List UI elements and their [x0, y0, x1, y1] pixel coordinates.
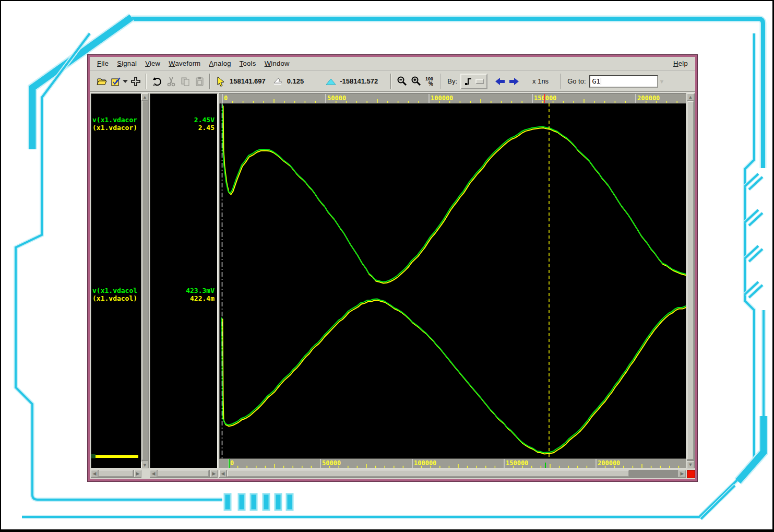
toolbar-separator	[146, 74, 147, 89]
paste-button[interactable]	[192, 74, 206, 89]
scroll-right-icon[interactable]: ▶	[678, 470, 686, 477]
step-value: 0.125	[287, 77, 304, 85]
signal-manager-dropdown-icon[interactable]	[122, 80, 128, 83]
fit-crosshair-button[interactable]	[128, 74, 142, 89]
zoom-out-icon	[396, 76, 408, 87]
cursor-time-value: 158141.697	[230, 77, 266, 85]
scroll-down-icon[interactable]: ▼	[141, 462, 148, 468]
menu-bar: FileSignalViewWaveformAnalogToolsWindowH…	[90, 57, 695, 70]
signal-value: 2.45	[198, 124, 215, 132]
svg-text:200000: 200000	[598, 459, 620, 467]
scroll-right-icon[interactable]: ▶	[134, 470, 141, 477]
signal-name[interactable]: (x1.vdacor)	[92, 124, 137, 132]
scroll-up-icon[interactable]: ▲	[687, 93, 694, 101]
search-prev-button[interactable]	[493, 74, 507, 89]
zoom-out-button[interactable]	[395, 74, 409, 89]
hand-icon	[272, 76, 283, 87]
delta-tool-button[interactable]	[324, 74, 338, 89]
signal-value: 2.45V	[194, 116, 215, 124]
full-range-time-ruler[interactable]: 050000100000150000200000	[219, 458, 686, 468]
svg-text:100000: 100000	[414, 459, 436, 467]
prev-arrow-icon	[494, 77, 506, 86]
zoom-in-icon	[410, 76, 422, 87]
signal-name[interactable]: v(x1.vdacor	[92, 116, 137, 124]
edge-select-icon	[464, 77, 473, 86]
open-button[interactable]	[94, 74, 108, 89]
paste-clipboard-icon	[194, 76, 205, 87]
waveform-vertical-scrollbar[interactable]: ▲ ▼	[687, 93, 695, 468]
svg-text:50000: 50000	[322, 459, 341, 467]
scroll-up-icon[interactable]: ▲	[141, 93, 148, 100]
signal-manager-button[interactable]	[108, 74, 122, 89]
menu-window[interactable]: Window	[260, 58, 294, 69]
scroll-right-icon[interactable]: ▶	[210, 470, 218, 477]
search-by-edge-button[interactable]	[460, 74, 487, 89]
zoom-full-button[interactable]: 100 %	[423, 74, 437, 89]
menu-waveform[interactable]: Waveform	[164, 58, 205, 69]
signal-name[interactable]: v(x1.vdacol	[92, 287, 137, 294]
signal-values-panel[interactable]: 2.45V2.45423.3mV422.4m	[150, 93, 218, 468]
menu-view[interactable]: View	[141, 58, 164, 69]
toolbar: 158141.697 0.125 -158141.572 100 %	[90, 71, 695, 92]
menu-analog[interactable]: Analog	[205, 58, 235, 69]
cursor-tool-button[interactable]	[213, 74, 228, 89]
waveform-display-area[interactable]	[219, 103, 686, 458]
toolbar-separator	[560, 74, 561, 89]
toolbar-separator	[209, 74, 210, 89]
values-horizontal-scrollbar[interactable]: ◀ ▶	[150, 470, 218, 478]
open-folder-icon	[96, 76, 107, 87]
pointer-cursor-icon	[215, 76, 227, 87]
screenshot-canvas: FileSignalViewWaveformAnalogToolsWindowH…	[0, 0, 774, 532]
goto-dropdown-icon[interactable]: ▼	[659, 78, 665, 85]
undo-icon	[151, 76, 163, 87]
delta-value: -158141.572	[340, 77, 378, 85]
by-label: By:	[447, 77, 457, 85]
menu-tools[interactable]: Tools	[235, 58, 260, 69]
step-tool-button[interactable]	[271, 74, 285, 89]
zoom-in-button[interactable]	[409, 74, 423, 89]
cut-button[interactable]	[164, 74, 178, 89]
signal-value: 423.3mV	[186, 287, 215, 294]
search-next-button[interactable]	[507, 74, 521, 89]
signal-manager-icon	[110, 76, 121, 87]
names-horizontal-scrollbar[interactable]: ◀ ▶	[91, 470, 141, 478]
goto-label: Go to:	[567, 77, 586, 85]
signal-insert-marker	[92, 455, 138, 458]
scrollbar-thumb[interactable]	[158, 470, 209, 477]
waveform-viewer-window: FileSignalViewWaveformAnalogToolsWindowH…	[88, 55, 697, 481]
svg-text:0: 0	[230, 459, 234, 467]
signal-names-panel[interactable]: v(x1.vdacor(x1.vdacor)v(x1.vdacol(x1.vda…	[91, 93, 141, 468]
menu-help[interactable]: Help	[669, 58, 692, 69]
scroll-left-icon[interactable]: ◀	[91, 470, 98, 477]
time-scale-label: x 1ns	[532, 77, 549, 85]
scrollbar-thumb[interactable]	[227, 470, 629, 477]
waveform-horizontal-scrollbar[interactable]: ◀ ▶	[219, 470, 686, 478]
names-vertical-scrollbar[interactable]: ▲ ▼	[141, 93, 149, 468]
delta-triangle-icon	[325, 76, 337, 87]
scrollbar-thumb[interactable]	[687, 101, 694, 459]
top-time-ruler[interactable]: 050000100000150000200000	[219, 93, 686, 103]
menu-signal[interactable]: Signal	[113, 58, 141, 69]
scrollbar-thumb[interactable]	[142, 101, 148, 460]
scroll-down-icon[interactable]: ▼	[687, 461, 694, 468]
undo-button[interactable]	[150, 74, 164, 89]
cut-scissors-icon	[165, 76, 177, 87]
resize-grip[interactable]	[687, 470, 695, 478]
signal-value: 422.4m	[190, 294, 215, 302]
by-option-button[interactable]	[475, 79, 484, 84]
scrollbar-thumb[interactable]	[99, 470, 133, 477]
scroll-left-icon[interactable]: ◀	[219, 470, 227, 477]
zoom-100-icon: 100 %	[424, 75, 436, 88]
signal-name[interactable]: (x1.vdacol)	[92, 294, 137, 302]
svg-text:0: 0	[224, 94, 228, 102]
svg-text:200000: 200000	[637, 94, 660, 102]
goto-input[interactable]: G1	[589, 75, 658, 88]
scroll-left-icon[interactable]: ◀	[150, 470, 157, 477]
menu-file[interactable]: File	[93, 58, 113, 69]
toolbar-separator	[440, 74, 441, 89]
copy-button[interactable]	[178, 74, 192, 89]
text-caret	[601, 78, 601, 85]
next-arrow-icon	[508, 77, 520, 86]
crosshair-icon	[130, 76, 141, 87]
toolbar-separator	[390, 74, 391, 89]
